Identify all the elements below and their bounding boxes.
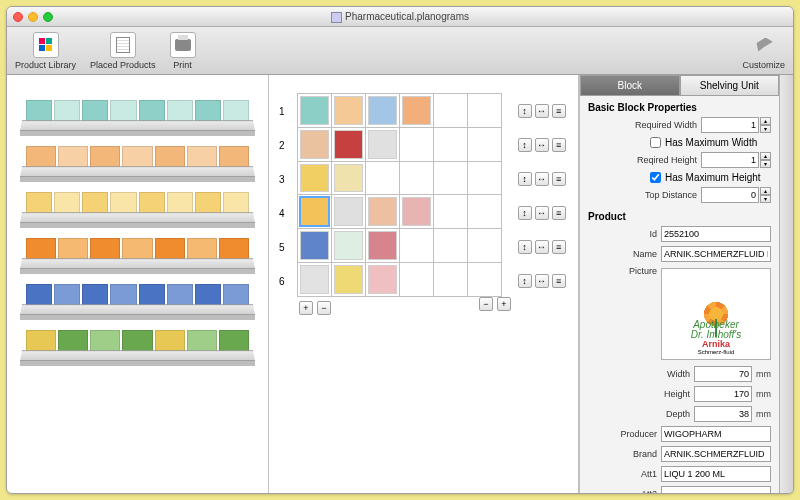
grid-cell[interactable] (331, 229, 365, 263)
grid-cell[interactable] (297, 195, 331, 229)
has-max-width-label[interactable]: Has Maximum Width (665, 137, 757, 148)
customize-button[interactable]: Customize (742, 32, 785, 70)
required-width-stepper[interactable]: ▴▾ (701, 117, 771, 133)
planogram-grid[interactable] (297, 93, 502, 297)
chevron-down-icon[interactable]: ▾ (760, 125, 771, 133)
grid-cell[interactable] (365, 195, 399, 229)
grid-cell[interactable] (433, 127, 467, 161)
row-options-button[interactable]: ≡ (552, 104, 566, 118)
grid-cell[interactable] (399, 94, 433, 128)
width-field[interactable] (694, 366, 752, 382)
grid-cell[interactable] (399, 161, 433, 195)
row-width-button[interactable]: ↔ (535, 206, 549, 220)
grid-cell[interactable] (399, 229, 433, 263)
chevron-up-icon[interactable]: ▴ (760, 117, 771, 125)
remove-col-button[interactable]: − (479, 297, 493, 311)
grid-cell[interactable] (399, 195, 433, 229)
id-field[interactable] (661, 226, 771, 242)
required-height-field[interactable] (701, 152, 759, 168)
row-width-button[interactable]: ↔ (535, 172, 549, 186)
shelf-product (90, 330, 120, 352)
vertical-scrollbar[interactable] (779, 75, 793, 493)
att2-field[interactable] (661, 486, 771, 493)
window-title: Pharmaceutical.planograms (7, 10, 793, 23)
chevron-up-icon[interactable]: ▴ (760, 187, 771, 195)
grid-cell[interactable] (331, 94, 365, 128)
grid-cell[interactable] (365, 94, 399, 128)
grid-cell[interactable] (467, 127, 501, 161)
add-row-button[interactable]: + (299, 301, 313, 315)
tab-shelving-unit[interactable]: Shelving Unit (680, 75, 780, 96)
grid-cell[interactable] (399, 127, 433, 161)
grid-cell[interactable] (399, 263, 433, 297)
height-field[interactable] (694, 386, 752, 402)
required-width-field[interactable] (701, 117, 759, 133)
grid-cell[interactable] (433, 263, 467, 297)
producer-field[interactable] (661, 426, 771, 442)
grid-cell[interactable] (365, 161, 399, 195)
grid-cell[interactable] (433, 229, 467, 263)
grid-cell[interactable] (331, 263, 365, 297)
has-max-height-label[interactable]: Has Maximum Height (665, 172, 761, 183)
grid-cell[interactable] (467, 229, 501, 263)
chevron-up-icon[interactable]: ▴ (760, 152, 771, 160)
grid-cell[interactable] (467, 94, 501, 128)
grid-cell[interactable] (297, 263, 331, 297)
chevron-down-icon[interactable]: ▾ (760, 195, 771, 203)
grid-cell[interactable] (433, 94, 467, 128)
grid-cell[interactable] (467, 195, 501, 229)
row-options-button[interactable]: ≡ (552, 206, 566, 220)
row-options-button[interactable]: ≡ (552, 240, 566, 254)
row-width-button[interactable]: ↔ (535, 104, 549, 118)
grid-cell[interactable] (297, 127, 331, 161)
grid-cell[interactable] (331, 127, 365, 161)
row-options-button[interactable]: ≡ (552, 274, 566, 288)
add-col-button[interactable]: + (497, 297, 511, 311)
row-height-button[interactable]: ↕ (518, 240, 532, 254)
row-height-button[interactable]: ↕ (518, 274, 532, 288)
row-height-button[interactable]: ↕ (518, 104, 532, 118)
tab-block[interactable]: Block (580, 75, 680, 96)
grid-cell[interactable] (365, 127, 399, 161)
row-width-button[interactable]: ↔ (535, 138, 549, 152)
remove-row-button[interactable]: − (317, 301, 331, 315)
required-height-stepper[interactable]: ▴▾ (701, 152, 771, 168)
grid-cell[interactable] (297, 94, 331, 128)
grid-cell[interactable] (467, 161, 501, 195)
print-button[interactable]: Print (170, 32, 196, 70)
placed-products-button[interactable]: Placed Products (90, 32, 156, 70)
row-height-button[interactable]: ↕ (518, 206, 532, 220)
grid-cell[interactable] (433, 195, 467, 229)
shelf-product (110, 284, 136, 306)
grid-cell[interactable] (331, 195, 365, 229)
row-height-button[interactable]: ↕ (518, 138, 532, 152)
grid-cell[interactable] (297, 229, 331, 263)
row-number: 2 (279, 129, 289, 161)
grid-cell[interactable] (331, 161, 365, 195)
planogram-grid-pane: 123456 ↕↔≡↕↔≡↕↔≡↕↔≡↕↔≡↕↔≡ + − − + (269, 75, 579, 493)
shelf-product (54, 100, 80, 122)
shelf-product (26, 330, 56, 352)
product-library-button[interactable]: Product Library (15, 32, 76, 70)
name-field[interactable] (661, 246, 771, 262)
has-max-width-checkbox[interactable] (650, 137, 661, 148)
depth-field[interactable] (694, 406, 752, 422)
grid-cell[interactable] (365, 263, 399, 297)
product-thumb (334, 265, 363, 294)
row-height-button[interactable]: ↕ (518, 172, 532, 186)
row-options-button[interactable]: ≡ (552, 172, 566, 186)
row-width-button[interactable]: ↔ (535, 240, 549, 254)
brand-field[interactable] (661, 446, 771, 462)
grid-cell[interactable] (365, 229, 399, 263)
grid-cell[interactable] (467, 263, 501, 297)
top-distance-field[interactable] (701, 187, 759, 203)
has-max-height-checkbox[interactable] (650, 172, 661, 183)
row-options-button[interactable]: ≡ (552, 138, 566, 152)
top-distance-stepper[interactable]: ▴▾ (701, 187, 771, 203)
customize-icon (751, 32, 777, 58)
grid-cell[interactable] (433, 161, 467, 195)
grid-cell[interactable] (297, 161, 331, 195)
chevron-down-icon[interactable]: ▾ (760, 160, 771, 168)
att1-field[interactable] (661, 466, 771, 482)
row-width-button[interactable]: ↔ (535, 274, 549, 288)
